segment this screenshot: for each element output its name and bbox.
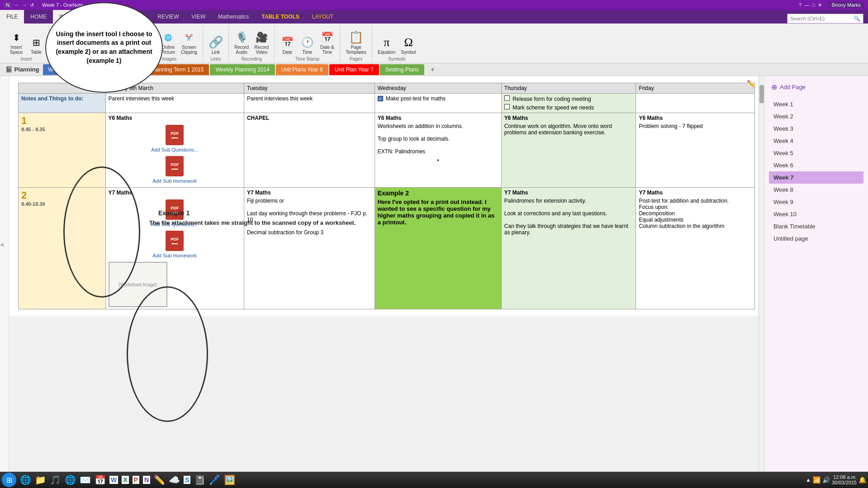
- search-box[interactable]: 🔍: [787, 14, 863, 24]
- insert-space-button[interactable]: ⬍ InsertSpace: [7, 29, 25, 56]
- wednesday-row2-text: Here I've opted for a print out instead.…: [378, 199, 498, 226]
- taskbar-onenote-button[interactable]: N: [141, 473, 152, 487]
- date-time-button[interactable]: 📅 Date &Time: [318, 29, 336, 56]
- help-icon[interactable]: ?: [799, 2, 802, 8]
- tab-file[interactable]: FILE: [0, 10, 24, 24]
- ribbon-group-recording: 🎙️ RecordAudio 🎥 RecordVideo Recording: [229, 25, 275, 62]
- quick-access-back[interactable]: ←: [14, 2, 19, 8]
- tab-home[interactable]: HOME: [24, 10, 53, 24]
- page-week3[interactable]: Week 3: [769, 123, 863, 135]
- tab-table-tools[interactable]: TABLE TOOLS: [255, 10, 306, 24]
- tuesday-row2-subject: Y7 Maths: [247, 190, 372, 196]
- pdf-icon-4: PDF ▬▬: [166, 231, 184, 251]
- search-icon[interactable]: 🔍: [854, 15, 860, 22]
- recording-group-label: Recording: [241, 57, 262, 62]
- taskbar-s-button[interactable]: S: [182, 473, 192, 487]
- taskbar-photos-button[interactable]: 🖼️: [222, 473, 237, 487]
- taskbar-ie-button[interactable]: 🌐: [18, 473, 33, 487]
- minimize-icon[interactable]: —: [804, 2, 809, 8]
- taskbar-outlook-button[interactable]: ✉️: [78, 473, 93, 487]
- page-untitled[interactable]: Untitled page: [769, 232, 863, 245]
- tab-review[interactable]: REVIEW: [151, 10, 185, 24]
- page-blank-timetable[interactable]: Blank Timetable: [769, 220, 863, 232]
- start-button[interactable]: ⊞: [2, 473, 16, 487]
- document-thumbnail: [Worksheet Image]: [109, 262, 167, 307]
- taskbar-show-desktop-icon[interactable]: ▲: [806, 477, 811, 483]
- taskbar-media-button[interactable]: 🎵: [48, 473, 63, 487]
- page-week5[interactable]: Week 5: [769, 147, 863, 159]
- tab-mathematics[interactable]: Mathematics: [212, 10, 255, 24]
- edit-icon[interactable]: ✏️: [747, 80, 756, 88]
- monday-row1-subject: Y6 Maths: [109, 115, 241, 121]
- page-week4[interactable]: Week 4: [769, 135, 863, 147]
- link-button[interactable]: 🔗 Link: [207, 34, 225, 56]
- tab-layout[interactable]: LAYOUT: [306, 10, 340, 24]
- cell-thursday-notes: Release form for coding meeting Mark sch…: [501, 94, 636, 113]
- taskbar-powerpoint-button[interactable]: P: [131, 473, 141, 487]
- links-group-label: Links: [210, 57, 221, 62]
- time-button[interactable]: 🕐 Time: [298, 34, 316, 56]
- table-button[interactable]: ⊞ Table: [27, 34, 45, 56]
- equation-button[interactable]: π Equation: [376, 34, 397, 56]
- thursday-row2-subject: Y7 Maths: [504, 190, 633, 196]
- close-icon[interactable]: ✕: [818, 2, 822, 8]
- page-week10[interactable]: Week 10: [769, 208, 863, 220]
- tab-unit-plan-7[interactable]: Unit Plan Year 7: [329, 64, 379, 75]
- tab-weekly-2014[interactable]: Weekly Planning 2014: [210, 64, 275, 75]
- date-button[interactable]: 📅 Date: [278, 34, 296, 56]
- record-video-button[interactable]: 🎥 RecordVideo: [252, 29, 270, 56]
- annotation-text: Using the insert tool I choose to insert…: [55, 30, 153, 65]
- page-week7[interactable]: Week 7: [769, 171, 863, 184]
- cell-wednesday-notes: ✓ Make post-test for maths: [375, 94, 501, 113]
- page-week8[interactable]: Week 8: [769, 184, 863, 196]
- header-tuesday: Tuesday: [244, 83, 375, 94]
- page-templates-button[interactable]: 📋 PageTemplates: [344, 29, 368, 56]
- tab-unit-plans-6[interactable]: Unit Plans Year 6: [276, 64, 328, 75]
- user-name[interactable]: Briony Marks: [828, 2, 864, 8]
- tab-view[interactable]: VIEW: [185, 10, 212, 24]
- checkbox-unchecked-icon1[interactable]: [504, 95, 510, 101]
- page-week2[interactable]: Week 2: [769, 110, 863, 123]
- symbol-button[interactable]: Ω Symbol: [399, 34, 417, 56]
- page-week9[interactable]: Week 9: [769, 196, 863, 208]
- taskbar-word-button[interactable]: W: [108, 473, 120, 487]
- maximize-icon[interactable]: □: [812, 2, 815, 8]
- taskbar-volume-icon[interactable]: 🔊: [822, 476, 830, 483]
- tab-seating-plans[interactable]: Seating Plans: [380, 64, 424, 75]
- windows-logo-icon: ⊞: [6, 476, 12, 484]
- taskbar-pen-button[interactable]: ✏️: [152, 473, 167, 487]
- taskbar-network-icon[interactable]: 📶: [813, 476, 821, 483]
- screen-clipping-button[interactable]: ✂️ ScreenClipping: [179, 29, 199, 56]
- taskbar-explorer-button[interactable]: 📁: [33, 473, 48, 487]
- taskbar-notification-icon[interactable]: 🔔: [859, 476, 866, 483]
- scrollbar[interactable]: [759, 76, 764, 472]
- taskbar-chrome-button[interactable]: 🌐: [63, 473, 78, 487]
- taskbar-onedrive-button[interactable]: ☁️: [167, 473, 182, 487]
- taskbar-onenote2-button[interactable]: 📓: [192, 473, 207, 487]
- pdf-btn-1[interactable]: PDF ▬▬ Add Sub Questions...: [109, 123, 241, 152]
- taskbar-brush-button[interactable]: 🖊️: [207, 473, 222, 487]
- cell-thursday-row1: Y6 Maths Continue work on algorithm. Mov…: [501, 113, 636, 188]
- date-icon: 📅: [280, 35, 294, 50]
- pdf-btn-2[interactable]: PDF ▬▬ Add Sub Homework: [109, 154, 241, 184]
- checkbox-unchecked-icon2[interactable]: [504, 104, 510, 109]
- page-week1[interactable]: Week 1: [769, 98, 863, 110]
- quick-access-undo[interactable]: ↺: [30, 2, 34, 8]
- tab-add-new[interactable]: +: [425, 64, 440, 75]
- explorer-icon: 📁: [35, 474, 46, 485]
- cell-row1-label: 1 8.45 - 9.35: [19, 113, 106, 188]
- ribbon-group-pages: 📋 PageTemplates Pages: [340, 25, 372, 62]
- record-audio-button[interactable]: 🎙️ RecordAudio: [232, 29, 251, 56]
- pdf-btn-4[interactable]: PDF ▬▬ Add Sub Homework: [109, 229, 241, 258]
- scrollbar-thumb[interactable]: [759, 85, 764, 103]
- quick-access-forward[interactable]: →: [22, 2, 27, 8]
- add-page-button[interactable]: ⊕ Add Page: [769, 81, 863, 94]
- search-input[interactable]: [790, 16, 854, 21]
- page-week6[interactable]: Week 6: [769, 159, 863, 171]
- tuesday-notes-text: Parent interviews this week: [247, 95, 313, 102]
- checkbox-checked-icon[interactable]: ✓: [378, 96, 383, 101]
- bullet-point: •: [378, 157, 498, 164]
- taskbar-calendar-button[interactable]: 📅: [93, 473, 108, 487]
- taskbar-excel-button[interactable]: X: [120, 473, 130, 487]
- thursday-row2-text: Palindromes for extension activity.Look …: [504, 198, 633, 236]
